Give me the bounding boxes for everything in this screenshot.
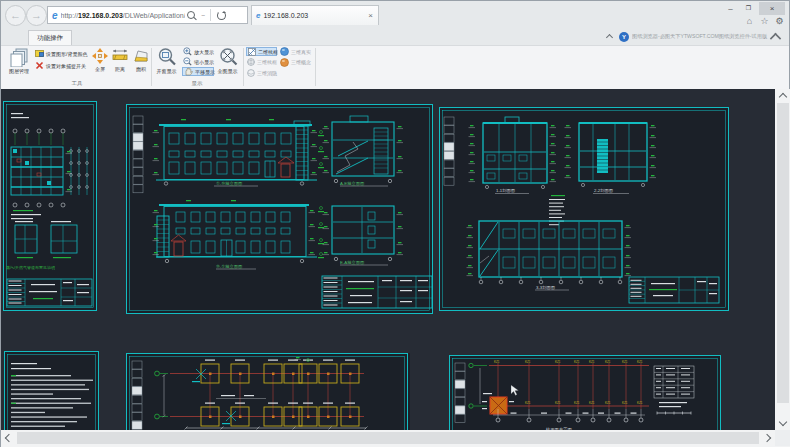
- zoom-out-button[interactable]: 缩小显示: [182, 57, 212, 66]
- window-zoom-button[interactable]: 开窗显示: [153, 47, 180, 77]
- sheet-note: 蒸汽/天然气管道布置见说明: [6, 265, 55, 270]
- tab-close-icon[interactable]: ×: [363, 11, 378, 20]
- svg-text:KZ1: KZ1: [525, 360, 531, 364]
- chevron-down-icon[interactable]: –: [202, 12, 205, 18]
- browser-tab[interactable]: e 192.168.0.203 ×: [251, 5, 379, 25]
- horizontal-scrollbar[interactable]: [1, 430, 775, 446]
- layer-manager-button[interactable]: 图层管理: [5, 47, 33, 77]
- tab-favicon: e: [256, 11, 260, 20]
- ribbon-tab-operations[interactable]: 功能操作: [28, 30, 72, 45]
- maximize-button[interactable]: ❒: [741, 3, 756, 14]
- ribbon-group-display: 开窗显示 放大显示: [153, 46, 241, 88]
- app-logo: Y: [619, 32, 629, 42]
- fullscreen-label: 全屏: [91, 66, 109, 72]
- wireframe-3d-icon: [247, 58, 255, 66]
- set-color-button[interactable]: 设置图形/背景颜色: [34, 49, 90, 58]
- style-3d-conceptual-button[interactable]: 三维概念: [279, 58, 310, 67]
- maximize-icon: ❒: [746, 5, 751, 11]
- zoom-in-label: 放大显示: [194, 49, 214, 55]
- zoom-out-icon: [183, 57, 192, 66]
- collapse-chevron-icon[interactable]: [606, 34, 613, 41]
- caption-section-3-3: 3-3剖面图: [536, 285, 555, 290]
- hidden-3d-icon: [247, 69, 255, 77]
- style-3d-conceptual-label: 三维概念: [291, 59, 311, 65]
- zoom-out-label: 缩小显示: [194, 59, 214, 65]
- caption-section-2: E-A轴立面图: [340, 260, 364, 265]
- sheet-geometry: [5, 352, 99, 431]
- group-divider: [315, 48, 316, 86]
- caption-section-1: A-E轴立面图: [340, 181, 364, 186]
- divider: [210, 9, 211, 21]
- sheet-foundation-plan[interactable]: [126, 353, 410, 430]
- svg-text:KZ1: KZ1: [525, 401, 531, 405]
- fullscreen-arrows-icon: [92, 47, 108, 65]
- set-osnap-button[interactable]: 设置对象捕捉开关: [34, 61, 90, 70]
- style-3d-wireframe-button[interactable]: 三维线框: [246, 58, 277, 67]
- style-2d-wireframe-label: 二维线框: [258, 49, 278, 55]
- search-icon[interactable]: [187, 11, 195, 19]
- zoom-in-icon: [183, 47, 192, 56]
- caption-section-2-2: 2-2剖面图: [594, 188, 613, 193]
- close-icon: ×: [770, 4, 775, 13]
- sheet-column-plan[interactable]: KZ1KZ1KZ1KZ1KZ1KZ1KZ1KZ1KZ1KZ1KZ1KZ1KZ1K…: [449, 355, 721, 430]
- pan-hand-icon: [184, 67, 193, 76]
- svg-text:KZ1: KZ1: [605, 401, 611, 405]
- style-3d-realistic-button[interactable]: 三维真实: [279, 47, 310, 56]
- svg-text:KZ1: KZ1: [574, 401, 580, 405]
- style-3d-wireframe-label: 三维线框: [257, 59, 277, 65]
- forward-icon: →: [31, 9, 42, 21]
- style-3d-hidden-button[interactable]: 三维消隐: [246, 68, 277, 77]
- back-icon: ←: [10, 9, 21, 21]
- favorites-star-icon[interactable]: ☆: [758, 16, 771, 26]
- close-button[interactable]: ×: [759, 2, 785, 15]
- refresh-icon[interactable]: [217, 11, 226, 20]
- tools-group-label: 工具: [3, 80, 151, 87]
- minimize-icon: –: [728, 4, 732, 13]
- settings-gear-icon[interactable]: ⚙: [773, 16, 786, 26]
- sheet-elevations[interactable]: ①-⑩轴立面图 A-E轴立面图 ⑩-①轴立面图 E-A轴立面图: [126, 104, 433, 314]
- svg-text:KZ1: KZ1: [622, 360, 628, 364]
- home-icon[interactable]: ⌂: [743, 16, 756, 26]
- caption-section-1-1: 1-1剖面图: [496, 188, 515, 193]
- scroll-up-icon[interactable]: [779, 93, 787, 101]
- minimize-button[interactable]: –: [723, 3, 738, 14]
- drawing-canvas[interactable]: 蒸汽/天然气管道布置见说明 ①-⑩轴立面图 A-E轴立面图 ⑩-①轴立面图 E-…: [1, 89, 775, 430]
- ie-page-icon: e: [52, 10, 58, 21]
- conceptual-sphere-icon: [280, 58, 289, 67]
- svg-text:KZ1: KZ1: [637, 401, 643, 405]
- sheet-geometry: [440, 108, 729, 311]
- palette-icon: [35, 49, 44, 58]
- ribbon: 功能操作 Y 图纸浏览器-必图天下YTWSOFT.COM图纸浏览控件-试用版 图…: [1, 29, 789, 89]
- sheet-notes[interactable]: [4, 351, 99, 430]
- sheet-sections[interactable]: 1-1剖面图 2-2剖面图 3-3剖面图: [439, 107, 729, 311]
- address-bar[interactable]: e http://192.168.0.203/DLWeb/Application…: [47, 6, 248, 24]
- ribbon-body: 图层管理 设置图形/背景颜色 设置对象捕捉开关: [1, 45, 789, 90]
- area-button[interactable]: 面积: [131, 47, 151, 77]
- sheet-pipe-plan[interactable]: 蒸汽/天然气管道布置见说明: [3, 101, 97, 311]
- sheet-geometry: [4, 102, 97, 311]
- caption-elevation-2: ⑩-①轴立面图: [216, 264, 242, 269]
- svg-text:KZ1: KZ1: [589, 360, 595, 364]
- style-2d-wireframe-button[interactable]: 二维线框: [246, 47, 277, 56]
- area-shape-icon: [133, 47, 149, 65]
- zoom-in-button[interactable]: 放大显示: [182, 47, 212, 56]
- ribbon-collapse-chevron-icon[interactable]: [770, 33, 781, 44]
- vertical-scrollbar[interactable]: [775, 89, 790, 430]
- url-text[interactable]: http://192.168.0.203/DLWeb/Application/Y…: [61, 12, 185, 19]
- scroll-left-icon[interactable]: [5, 434, 13, 442]
- scroll-right-icon[interactable]: [763, 434, 771, 442]
- svg-text:KZ1: KZ1: [589, 401, 595, 405]
- vertical-scroll-thumb[interactable]: [777, 103, 789, 403]
- magnifier-fit-icon: [218, 47, 238, 67]
- forward-button[interactable]: →: [26, 5, 47, 26]
- back-button[interactable]: ←: [5, 5, 26, 26]
- horizontal-scroll-thumb[interactable]: [17, 432, 759, 444]
- scroll-down-icon[interactable]: [779, 418, 787, 426]
- realistic-sphere-icon: [280, 47, 289, 56]
- fit-view-button[interactable]: 全图显示: [214, 47, 241, 77]
- browser-window: ← → e http://192.168.0.203/DLWeb/Applica…: [0, 0, 790, 447]
- fullscreen-button[interactable]: 全屏: [91, 47, 109, 77]
- distance-button[interactable]: 距离: [110, 47, 130, 77]
- pan-button[interactable]: 平移显示: [182, 67, 214, 76]
- svg-text:KZ1: KZ1: [622, 401, 628, 405]
